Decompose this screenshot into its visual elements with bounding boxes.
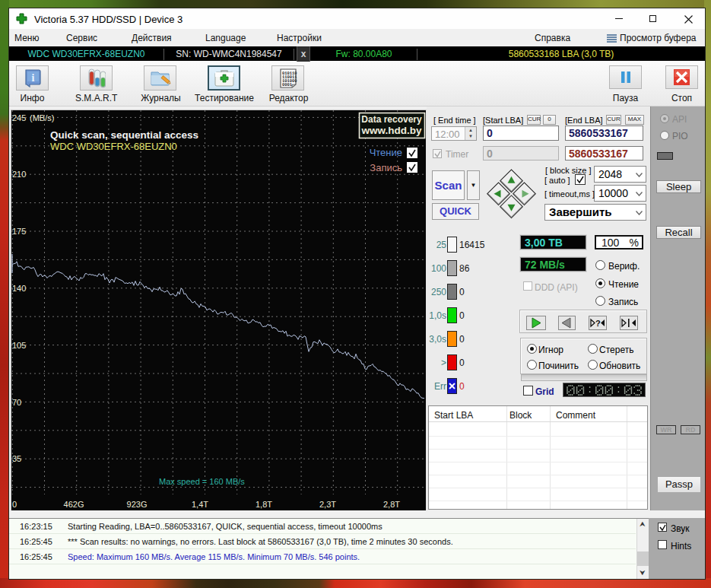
svg-text:1,8T: 1,8T [256, 500, 272, 509]
svg-text:Чтение: Чтение [370, 147, 402, 158]
svg-text:www.hdd.by: www.hdd.by [361, 125, 422, 136]
svg-text:Quick scan, sequential access: Quick scan, sequential access [50, 129, 198, 141]
svg-text:(MB/s): (MB/s) [30, 113, 54, 122]
svg-text:2,3T: 2,3T [319, 500, 336, 509]
svg-text:2,8T: 2,8T [383, 500, 400, 509]
svg-text:210: 210 [12, 170, 26, 179]
svg-text:1,4T: 1,4T [192, 500, 208, 509]
svg-text:Запись: Запись [370, 162, 402, 173]
svg-text:0001: 0001 [282, 83, 292, 87]
svg-text:Max speed = 160 MB/s: Max speed = 160 MB/s [159, 477, 245, 486]
svg-text:35: 35 [12, 454, 21, 463]
svg-text:0: 0 [12, 500, 17, 509]
svg-text:105: 105 [12, 341, 26, 350]
svg-text:175: 175 [12, 227, 26, 236]
svg-text:245: 245 [12, 113, 26, 122]
svg-text:?: ? [595, 319, 601, 328]
svg-text:462G: 462G [64, 500, 84, 509]
svg-text:140: 140 [12, 284, 26, 293]
svg-text:i: i [31, 72, 34, 84]
svg-text:Data recovery: Data recovery [361, 114, 422, 125]
svg-text:70: 70 [12, 398, 21, 407]
svg-text:WDC WD30EFRX-68EUZN0: WDC WD30EFRX-68EUZN0 [50, 141, 177, 152]
svg-text:923G: 923G [127, 500, 148, 509]
